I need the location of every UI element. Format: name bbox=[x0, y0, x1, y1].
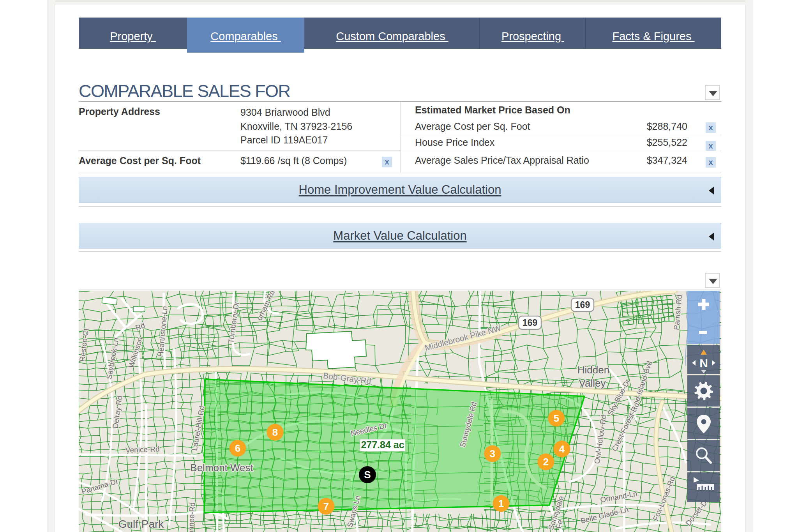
svg-text:4: 4 bbox=[559, 443, 565, 455]
svg-text:8: 8 bbox=[272, 426, 278, 438]
svg-text:5: 5 bbox=[554, 412, 559, 424]
svg-text:Belmont West: Belmont West bbox=[190, 462, 253, 474]
svg-text:Fe: Fe bbox=[554, 519, 564, 529]
svg-text:169: 169 bbox=[575, 300, 590, 310]
svg-text:S: S bbox=[364, 469, 371, 481]
svg-text:Venice-Rd: Venice-Rd bbox=[125, 445, 160, 454]
svg-text:N: N bbox=[699, 357, 708, 369]
svg-text:3: 3 bbox=[490, 448, 495, 460]
svg-text:Valley: Valley bbox=[579, 377, 606, 389]
svg-text:2: 2 bbox=[543, 456, 549, 468]
svg-text:Gulf Park: Gulf Park bbox=[118, 518, 164, 530]
svg-text:1: 1 bbox=[498, 498, 504, 509]
svg-text:6: 6 bbox=[235, 442, 240, 454]
svg-text:7: 7 bbox=[323, 500, 329, 512]
svg-text:277.84 ac: 277.84 ac bbox=[361, 439, 404, 450]
svg-text:169: 169 bbox=[523, 318, 537, 328]
svg-text:Hidden: Hidden bbox=[577, 364, 609, 376]
svg-text:annee-Rd: annee-Rd bbox=[187, 502, 196, 532]
